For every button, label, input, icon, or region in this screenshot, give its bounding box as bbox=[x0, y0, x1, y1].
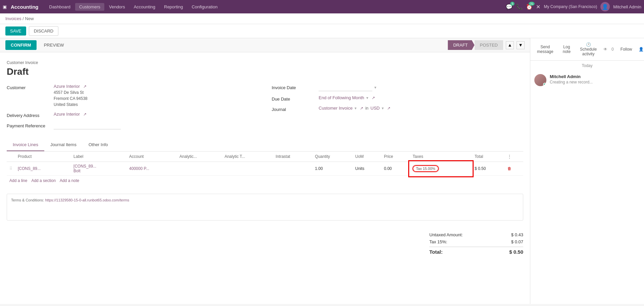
tab-journal-items[interactable]: Journal Items bbox=[44, 139, 83, 151]
followers-count: 0 bbox=[611, 47, 614, 52]
row-intrastat[interactable] bbox=[273, 162, 312, 176]
status-posted-button[interactable]: POSTED bbox=[475, 40, 503, 50]
journal-group: Journal Customer Invoice ▾ ↗ in USD ▾ ↗ bbox=[272, 106, 523, 112]
tab-invoice-lines[interactable]: Invoice Lines bbox=[7, 139, 44, 151]
invoice-date-input[interactable] bbox=[319, 84, 372, 91]
row-price[interactable]: 0.00 bbox=[381, 162, 410, 176]
chatter-toolbar: Send message Log note 🕐 Schedule activit… bbox=[530, 38, 644, 61]
journal-label: Journal bbox=[272, 106, 319, 112]
journal-dropdown[interactable]: ▾ bbox=[355, 106, 357, 111]
journal-value: Customer Invoice ▾ ↗ in USD ▾ ↗ bbox=[319, 106, 523, 111]
close-icon[interactable]: ✕ bbox=[536, 4, 540, 10]
tax-badge: Tax 15.00% bbox=[413, 165, 438, 172]
row-taxes[interactable]: Tax 15.00% bbox=[410, 162, 472, 176]
nav-vendors[interactable]: Vendors bbox=[105, 3, 129, 11]
chatter-icons: 👁 0 Follow 👤 0 bbox=[603, 46, 644, 53]
col-analytic: Analytic... bbox=[177, 151, 222, 162]
nav-dashboard[interactable]: Dashboard bbox=[45, 3, 75, 11]
col-quantity: Quantity bbox=[312, 151, 353, 162]
form-right-col: Invoice Date ▾ Due Date End of Following… bbox=[272, 84, 523, 133]
journal-external-link[interactable]: ↗ bbox=[360, 106, 363, 111]
totals-section: Untaxed Amount: $ 0.43 Tax 15%: $ 0.07 T… bbox=[0, 226, 530, 261]
total-row: Total: $ 0.50 bbox=[429, 247, 523, 256]
confirm-button[interactable]: CONFIRM bbox=[5, 40, 37, 50]
chatter-area: Send message Log note 🕐 Schedule activit… bbox=[530, 38, 644, 304]
phone-icon[interactable]: 📞 bbox=[516, 4, 523, 10]
row-delete[interactable]: 🗑 bbox=[505, 162, 523, 176]
col-account: Account bbox=[126, 151, 177, 162]
people-icon: 👤 bbox=[639, 47, 644, 52]
terms-label: Terms & Conditions: bbox=[11, 198, 44, 202]
tabs-row: Invoice Lines Journal Items Other Info bbox=[7, 139, 523, 151]
total-label: Total: bbox=[429, 249, 443, 255]
add-note-button[interactable]: Add a note bbox=[60, 178, 79, 183]
preview-button[interactable]: PREVIEW bbox=[39, 40, 69, 50]
row-analytic-t[interactable] bbox=[222, 162, 273, 176]
nav-configuration[interactable]: Configuration bbox=[187, 3, 221, 11]
currency-external-link[interactable]: ↗ bbox=[387, 106, 390, 111]
currency-name[interactable]: USD bbox=[371, 106, 380, 111]
delivery-address-name[interactable]: Azure Interior bbox=[54, 112, 80, 117]
scroll-up-button[interactable]: ▲ bbox=[506, 41, 514, 49]
tab-other-info[interactable]: Other Info bbox=[83, 139, 114, 151]
nav-customers[interactable]: Customers bbox=[75, 3, 104, 11]
col-intrastat: Intrastat bbox=[273, 151, 312, 162]
delivery-address-value: Azure Interior ↗ bbox=[54, 112, 258, 117]
row-quantity[interactable]: 1.00 bbox=[312, 162, 353, 176]
user-avatar: 👤 bbox=[600, 2, 610, 11]
terms-value: https://11329580-15-0-all.runbot65.odoo.… bbox=[45, 198, 129, 202]
send-message-button[interactable]: Send message bbox=[534, 43, 556, 55]
nav-items: Dashboard Customers Vendors Accounting R… bbox=[45, 3, 505, 11]
customer-address: 4557 De Silva St Fremont CA 94538 United… bbox=[54, 89, 258, 108]
payment-ref-input[interactable] bbox=[54, 122, 121, 129]
add-section-button[interactable]: Add a section bbox=[31, 178, 56, 183]
follow-button[interactable]: Follow bbox=[618, 46, 635, 53]
clock-icon: 🕐 bbox=[586, 42, 591, 47]
breadcrumb-separator: / bbox=[22, 16, 25, 21]
add-line-button[interactable]: Add a line bbox=[9, 178, 27, 183]
due-date-dropdown[interactable]: ▾ bbox=[366, 96, 368, 100]
breadcrumb-parent[interactable]: Invoices bbox=[5, 16, 21, 21]
due-date-label: Due Date bbox=[272, 95, 319, 102]
delivery-external-link[interactable]: ↗ bbox=[83, 112, 87, 117]
due-date-external-link[interactable]: ↗ bbox=[372, 96, 375, 100]
invoice-date-dropdown[interactable]: ▾ bbox=[374, 85, 376, 90]
row-uom[interactable]: Units bbox=[353, 162, 381, 176]
save-button[interactable]: SAVE bbox=[5, 26, 26, 36]
chat-icon[interactable]: 💬5 bbox=[506, 4, 513, 10]
row-label[interactable]: [CONS_89... Bolt bbox=[71, 162, 126, 176]
invoice-date-value: ▾ bbox=[319, 84, 523, 91]
in-text: in bbox=[365, 106, 368, 111]
payment-ref-group: Payment Reference bbox=[7, 122, 258, 129]
address-line3: United States bbox=[54, 102, 258, 108]
untaxed-value: $ 0.43 bbox=[511, 232, 523, 237]
row-handle[interactable]: ⠿ bbox=[7, 162, 15, 176]
customer-external-link[interactable]: ↗ bbox=[83, 84, 87, 89]
tax-row: Tax 15%: $ 0.07 bbox=[429, 238, 523, 245]
customer-label: Customer bbox=[7, 84, 54, 90]
untaxed-label: Untaxed Amount: bbox=[429, 232, 463, 237]
row-analytic[interactable] bbox=[177, 162, 222, 176]
nav-reporting[interactable]: Reporting bbox=[160, 3, 187, 11]
customer-value: Azure Interior ↗ 4557 De Silva St Fremon… bbox=[54, 84, 258, 108]
col-label: Label bbox=[71, 151, 126, 162]
nav-accounting[interactable]: Accounting bbox=[130, 3, 159, 11]
col-handle bbox=[7, 151, 15, 162]
brand-name: Accounting bbox=[11, 4, 39, 10]
customer-name[interactable]: Azure Interior bbox=[54, 84, 80, 89]
company-name: My Company (San Francisco) bbox=[544, 4, 597, 9]
invoice-status-title: Draft bbox=[7, 66, 523, 77]
log-note-button[interactable]: Log note bbox=[560, 43, 573, 55]
due-date-name[interactable]: End of Following Month bbox=[319, 95, 364, 100]
apps-icon[interactable]: ▣ bbox=[3, 4, 7, 9]
status-draft-button[interactable]: DRAFT bbox=[448, 40, 474, 50]
terms-box: Terms & Conditions: https://11329580-15-… bbox=[7, 194, 523, 221]
row-account[interactable]: 400000 P... bbox=[126, 162, 177, 176]
scroll-down-button[interactable]: ▼ bbox=[517, 41, 525, 49]
discard-button[interactable]: DISCARD bbox=[29, 26, 59, 36]
row-product[interactable]: [CONS_89... bbox=[15, 162, 71, 176]
activity-icon[interactable]: ⏰31 bbox=[526, 4, 533, 10]
currency-dropdown[interactable]: ▾ bbox=[382, 106, 384, 111]
schedule-activity-button[interactable]: 🕐 Schedule activity bbox=[577, 41, 599, 58]
journal-name[interactable]: Customer Invoice bbox=[319, 106, 353, 111]
